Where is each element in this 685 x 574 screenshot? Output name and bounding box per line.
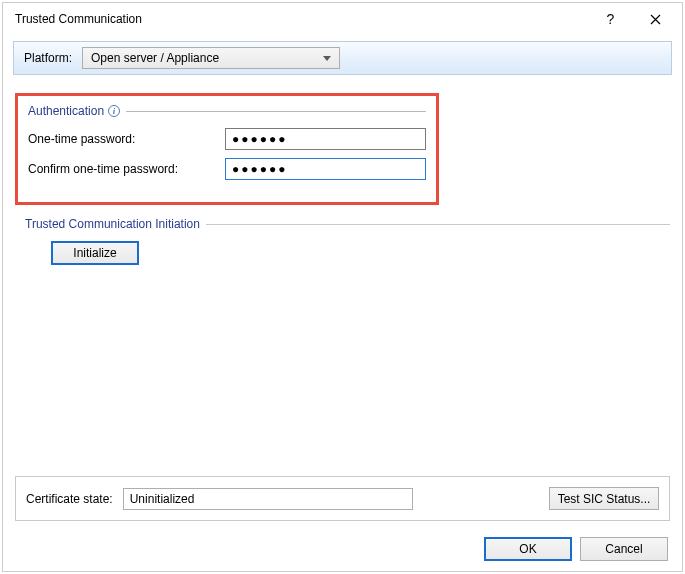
close-button[interactable] — [633, 4, 678, 34]
confirm-otp-row: Confirm one-time password: — [28, 158, 426, 180]
otp-input[interactable] — [225, 128, 426, 150]
dialog-body: Authentication i One-time password: Conf… — [3, 79, 682, 476]
info-icon[interactable]: i — [108, 105, 120, 117]
test-sic-status-button[interactable]: Test SIC Status... — [549, 487, 659, 510]
authentication-legend: Authentication i — [28, 104, 120, 118]
trusted-communication-dialog: Trusted Communication ? Platform: Open s… — [2, 2, 683, 572]
divider — [126, 111, 426, 112]
confirm-otp-input[interactable] — [225, 158, 426, 180]
divider — [206, 224, 670, 225]
titlebar-controls: ? — [588, 4, 678, 34]
initialize-button[interactable]: Initialize — [51, 241, 139, 265]
titlebar: Trusted Communication ? — [3, 3, 682, 35]
cancel-button[interactable]: Cancel — [580, 537, 668, 561]
platform-select-value: Open server / Appliance — [91, 51, 219, 65]
dialog-footer: OK Cancel — [3, 527, 682, 571]
close-icon — [650, 14, 661, 25]
trusted-communication-initiation-section: Trusted Communication Initiation Initial… — [15, 211, 670, 265]
certificate-state-row: Certificate state: Uninitialized Test SI… — [15, 476, 670, 521]
certificate-state-value: Uninitialized — [123, 488, 413, 510]
platform-bar: Platform: Open server / Appliance — [13, 41, 672, 75]
platform-select[interactable]: Open server / Appliance — [82, 47, 340, 69]
tci-legend: Trusted Communication Initiation — [25, 217, 200, 231]
otp-row: One-time password: — [28, 128, 426, 150]
otp-label: One-time password: — [28, 132, 225, 146]
authentication-header: Authentication i — [28, 104, 426, 118]
certificate-state-label: Certificate state: — [26, 492, 113, 506]
confirm-otp-label: Confirm one-time password: — [28, 162, 225, 176]
authentication-section-highlight: Authentication i One-time password: Conf… — [15, 93, 439, 205]
chevron-down-icon — [323, 56, 331, 61]
title-text: Trusted Communication — [15, 12, 588, 26]
platform-label: Platform: — [24, 51, 72, 65]
ok-button[interactable]: OK — [484, 537, 572, 561]
tci-header: Trusted Communication Initiation — [15, 217, 670, 231]
help-button[interactable]: ? — [588, 4, 633, 34]
